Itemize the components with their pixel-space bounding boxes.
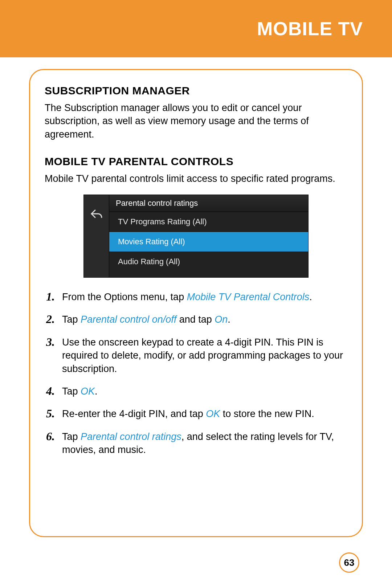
step-3-text: Use the onscreen keypad to create a 4-di… — [62, 337, 343, 374]
step-5-text-b: to store the new PIN. — [220, 408, 314, 419]
ratings-list: Parental control ratings TV Programs Rat… — [109, 195, 308, 277]
page-number-value: 63 — [344, 557, 355, 568]
page-header: MOBILE TV — [0, 0, 392, 57]
step-3: Use the onscreen keypad to create a 4-di… — [46, 336, 347, 375]
step-5: Re-enter the 4-digit PIN, and tap OK to … — [46, 407, 347, 420]
step-2: Tap Parental control on/off and tap On. — [46, 313, 347, 326]
subscription-manager-text: The Subscription manager allows you to e… — [45, 101, 347, 141]
back-column — [84, 195, 109, 277]
step-4-text-a: Tap — [62, 386, 81, 397]
step-1: From the Options menu, tap Mobile TV Par… — [46, 290, 347, 303]
ratings-item-tv: TV Programs Rating (All) — [109, 212, 308, 232]
parental-ratings-screenshot: Parental control ratings TV Programs Rat… — [83, 195, 309, 278]
parental-controls-heading: MOBILE TV PARENTAL CONTROLS — [45, 155, 347, 168]
page-title: MOBILE TV — [257, 18, 363, 40]
page-number: 63 — [339, 552, 359, 573]
step-4: Tap OK. — [46, 385, 347, 398]
step-1-highlight: Mobile TV Parental Controls — [187, 291, 310, 302]
step-1-text-b: . — [309, 291, 312, 302]
step-2-highlight-1: Parental control on/off — [81, 314, 176, 325]
step-4-highlight: OK — [81, 386, 95, 397]
step-2-text-mid: and tap — [176, 314, 215, 325]
parental-controls-text: Mobile TV parental controls limit access… — [45, 172, 347, 185]
step-2-text-b: . — [228, 314, 230, 325]
subscription-manager-heading: SUBSCRIPTION MANAGER — [45, 85, 347, 97]
step-2-highlight-2: On — [215, 314, 228, 325]
step-1-text-a: From the Options menu, tap — [62, 291, 187, 302]
step-4-text-b: . — [95, 386, 98, 397]
step-6: Tap Parental control ratings, and select… — [46, 430, 347, 457]
instruction-steps: From the Options menu, tap Mobile TV Par… — [45, 290, 347, 457]
step-2-text-a: Tap — [62, 314, 81, 325]
step-6-highlight: Parental control ratings — [81, 431, 181, 442]
ratings-list-header: Parental control ratings — [109, 195, 308, 212]
ratings-item-audio: Audio Rating (All) — [109, 252, 308, 277]
content-panel: SUBSCRIPTION MANAGER The Subscription ma… — [29, 69, 363, 537]
step-6-text-a: Tap — [62, 431, 81, 442]
step-5-highlight: OK — [206, 408, 220, 419]
step-5-text-a: Re-enter the 4-digit PIN, and tap — [62, 408, 206, 419]
back-arrow-icon — [91, 209, 102, 219]
ratings-item-movies: Movies Rating (All) — [109, 232, 308, 252]
